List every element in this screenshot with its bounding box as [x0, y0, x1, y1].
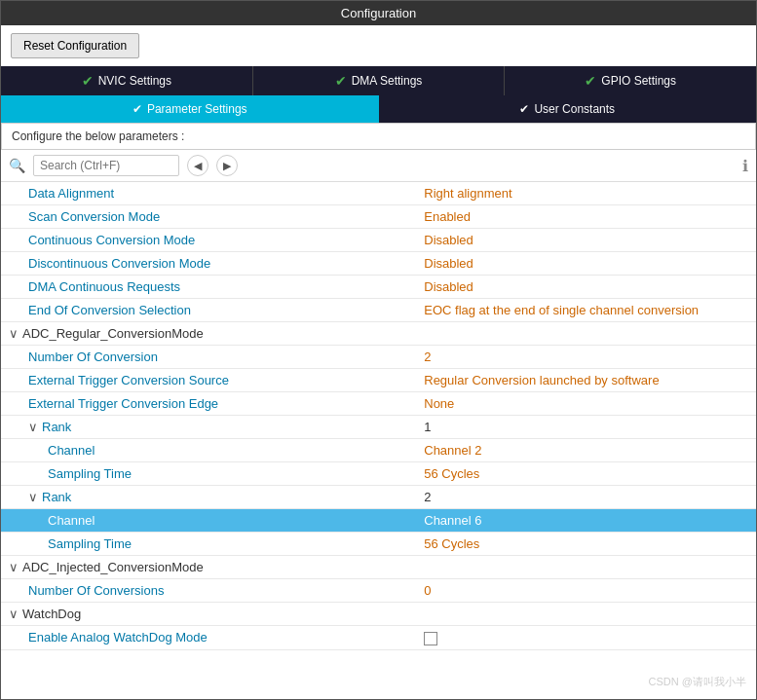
tab-dma[interactable]: ✔ DMA Settings [253, 66, 506, 95]
table-row[interactable]: Sampling Time56 Cycles [1, 462, 756, 486]
table-row[interactable]: Sampling Time56 Cycles [1, 533, 756, 556]
param-name: Data Alignment [1, 182, 416, 205]
info-bar: Configure the below parameters : [1, 123, 756, 150]
reset-config-button[interactable]: Reset Configuration [11, 33, 139, 58]
param-value: Disabled [416, 276, 756, 299]
table-row[interactable]: ∨WatchDog [1, 603, 756, 626]
param-name: Sampling Time [1, 533, 416, 556]
table-row[interactable]: Continuous Conversion ModeDisabled [1, 229, 756, 252]
collapse-arrow-sub: ∨ [28, 490, 38, 504]
collapse-arrow: ∨ [9, 560, 19, 574]
param-value: 56 Cycles [416, 533, 756, 556]
section-header: ∨ADC_Injected_ConversionMode [1, 556, 756, 579]
table-row[interactable]: Number Of Conversions0 [1, 579, 756, 603]
tab-nvic[interactable]: ✔ NVIC Settings [1, 66, 253, 95]
param-name: ∨Rank [1, 486, 416, 509]
toolbar: Reset Configuration [1, 25, 756, 66]
param-value: Disabled [416, 252, 756, 276]
param-value: 2 [416, 486, 756, 509]
checkbox[interactable] [424, 632, 437, 645]
collapse-arrow: ∨ [9, 326, 19, 341]
param-name: DMA Continuous Requests [1, 276, 416, 299]
table-row[interactable]: Data AlignmentRight alignment [1, 182, 756, 205]
tab-gpio-label: GPIO Settings [601, 74, 676, 88]
main-window: Configuration Reset Configuration ✔ NVIC… [0, 0, 757, 700]
param-name: End Of Conversion Selection [1, 299, 416, 322]
tab-dma-label: DMA Settings [352, 74, 423, 88]
table-row[interactable]: Discontinuous Conversion ModeDisabled [1, 252, 756, 276]
param-value: 1 [416, 416, 756, 439]
window-title: Configuration [341, 6, 416, 20]
tab-parameter-label: Parameter Settings [147, 102, 247, 116]
table-row[interactable]: ChannelChannel 6 [1, 509, 756, 533]
table-row[interactable]: Enable Analog WatchDog Mode [1, 626, 756, 650]
param-name: Number Of Conversion [1, 346, 416, 369]
param-value: 56 Cycles [416, 462, 756, 486]
param-value: Enabled [416, 205, 756, 229]
param-name: External Trigger Conversion Source [1, 369, 416, 392]
table-row[interactable]: End Of Conversion SelectionEOC flag at t… [1, 299, 756, 322]
param-value: Right alignment [416, 182, 756, 205]
param-value: None [416, 392, 756, 416]
watermark: CSDN @请叫我小半 [649, 675, 746, 689]
nav-next-button[interactable]: ▶ [216, 155, 238, 176]
param-name: Number Of Conversions [1, 579, 416, 603]
tabs-row1: ✔ NVIC Settings ✔ DMA Settings ✔ GPIO Se… [1, 66, 756, 95]
section-name: WatchDog [22, 607, 81, 621]
search-bar: 🔍 ◀ ▶ ℹ [1, 150, 756, 182]
param-name: Enable Analog WatchDog Mode [1, 626, 416, 650]
params-table: Data AlignmentRight alignmentScan Conver… [1, 182, 756, 650]
tab-parameter-settings[interactable]: ✔ Parameter Settings [1, 95, 379, 123]
info-text: Configure the below parameters : [12, 129, 184, 143]
param-value: Disabled [416, 229, 756, 252]
table-row[interactable]: ∨ADC_Injected_ConversionMode [1, 556, 756, 579]
collapse-arrow-sub: ∨ [28, 420, 38, 434]
title-bar: Configuration [1, 1, 756, 25]
tabs-row2: ✔ Parameter Settings ✔ User Constants [1, 95, 756, 123]
table-row[interactable]: ∨ADC_Regular_ConversionMode [1, 322, 756, 346]
tab-user-constants[interactable]: ✔ User Constants [379, 95, 757, 123]
gpio-check-icon: ✔ [585, 73, 596, 89]
nvic-check-icon: ✔ [82, 73, 94, 89]
section-name: ADC_Regular_ConversionMode [22, 326, 204, 341]
section-name: ADC_Injected_ConversionMode [22, 560, 204, 574]
tab-user-label: User Constants [534, 102, 615, 116]
param-value: EOC flag at the end of single channel co… [416, 299, 756, 322]
param-value: 0 [416, 579, 756, 603]
dma-check-icon: ✔ [335, 73, 347, 89]
param-name: Sampling Time [1, 462, 416, 486]
param-value: Regular Conversion launched by software [416, 369, 756, 392]
param-value: 2 [416, 346, 756, 369]
table-row[interactable]: ∨Rank1 [1, 416, 756, 439]
search-icon: 🔍 [9, 158, 25, 173]
table-row[interactable]: ∨Rank2 [1, 486, 756, 509]
tab-nvic-label: NVIC Settings [98, 74, 171, 88]
param-name: Channel [1, 509, 416, 533]
param-name: ∨Rank [1, 416, 416, 439]
search-input[interactable] [33, 155, 179, 176]
table-row[interactable]: External Trigger Conversion SourceRegula… [1, 369, 756, 392]
param-name: Continuous Conversion Mode [1, 229, 416, 252]
user-check-icon: ✔ [519, 102, 529, 116]
parameter-check-icon: ✔ [132, 102, 142, 116]
param-value [416, 626, 756, 650]
content-area[interactable]: Data AlignmentRight alignmentScan Conver… [1, 182, 756, 699]
section-header: ∨WatchDog [1, 603, 756, 626]
param-name: External Trigger Conversion Edge [1, 392, 416, 416]
param-name: Scan Conversion Mode [1, 205, 416, 229]
table-row[interactable]: Scan Conversion ModeEnabled [1, 205, 756, 229]
param-name: Channel [1, 439, 416, 462]
param-name: Discontinuous Conversion Mode [1, 252, 416, 276]
section-header: ∨ADC_Regular_ConversionMode [1, 322, 756, 346]
collapse-arrow: ∨ [9, 607, 19, 621]
info-icon[interactable]: ℹ [742, 157, 748, 175]
nav-prev-button[interactable]: ◀ [187, 155, 208, 176]
tab-gpio[interactable]: ✔ GPIO Settings [505, 66, 756, 95]
param-value: Channel 6 [416, 509, 756, 533]
param-value: Channel 2 [416, 439, 756, 462]
table-row[interactable]: Number Of Conversion2 [1, 346, 756, 369]
table-row[interactable]: DMA Continuous RequestsDisabled [1, 276, 756, 299]
table-row[interactable]: ChannelChannel 2 [1, 439, 756, 462]
table-row[interactable]: External Trigger Conversion EdgeNone [1, 392, 756, 416]
